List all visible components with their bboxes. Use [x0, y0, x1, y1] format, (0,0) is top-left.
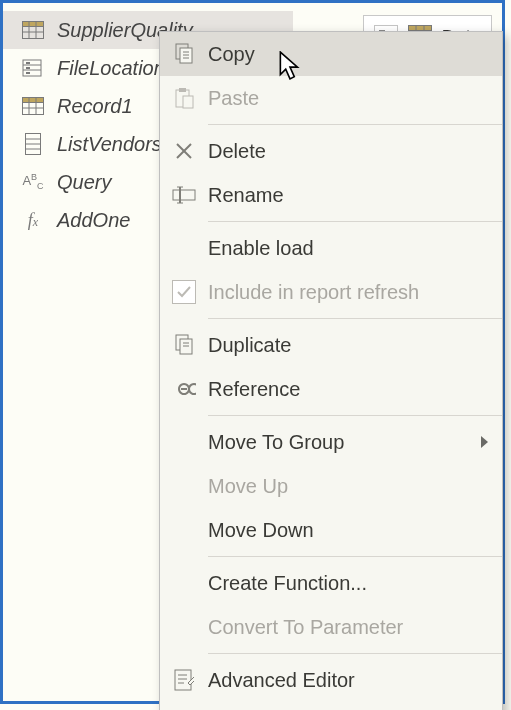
param-table-icon — [19, 56, 47, 80]
paste-icon — [160, 87, 208, 109]
menu-label: Reference — [208, 378, 300, 401]
menu-properties[interactable]: Properties... — [160, 702, 502, 710]
menu-move-up: Move Up — [160, 464, 502, 508]
rename-icon — [160, 186, 208, 204]
menu-convert-parameter: Convert To Parameter — [160, 605, 502, 649]
menu-label: Enable load — [208, 237, 314, 260]
svg-rect-12 — [23, 98, 44, 103]
copy-icon — [160, 43, 208, 65]
menu-label: Paste — [208, 87, 259, 110]
menu-move-down[interactable]: Move Down — [160, 508, 502, 552]
menu-create-function[interactable]: Create Function... — [160, 561, 502, 605]
svg-rect-8 — [26, 62, 30, 64]
menu-label: Include in report refresh — [208, 281, 419, 304]
menu-move-to-group[interactable]: Move To Group — [160, 420, 502, 464]
menu-label: Create Function... — [208, 572, 367, 595]
svg-rect-10 — [26, 72, 30, 74]
menu-label: Move To Group — [208, 431, 344, 454]
svg-rect-21 — [408, 26, 431, 31]
abc-icon: ABC — [19, 170, 47, 194]
duplicate-icon — [160, 334, 208, 356]
menu-label: Move Down — [208, 519, 314, 542]
query-label: Query — [57, 171, 111, 194]
menu-label: Delete — [208, 140, 266, 163]
menu-label: Convert To Parameter — [208, 616, 403, 639]
svg-rect-5 — [23, 60, 41, 76]
svg-rect-9 — [26, 67, 30, 69]
menu-delete[interactable]: Delete — [160, 129, 502, 173]
query-label: ListVendors — [57, 133, 162, 156]
menu-label: Duplicate — [208, 334, 291, 357]
svg-rect-35 — [173, 190, 195, 200]
table-icon — [19, 18, 47, 42]
query-label: AddOne — [57, 209, 130, 232]
menu-duplicate[interactable]: Duplicate — [160, 323, 502, 367]
menu-label: Rename — [208, 184, 284, 207]
svg-rect-32 — [183, 96, 193, 108]
delete-icon — [160, 142, 208, 160]
table-icon — [19, 94, 47, 118]
list-icon — [19, 132, 47, 156]
menu-label: Copy — [208, 43, 255, 66]
svg-rect-31 — [179, 88, 186, 92]
svg-rect-1 — [23, 22, 44, 27]
menu-include-refresh: Include in report refresh — [160, 270, 502, 314]
svg-rect-44 — [175, 670, 191, 690]
menu-copy[interactable]: Copy — [160, 32, 502, 76]
fx-icon: fx — [19, 208, 47, 232]
menu-rename[interactable]: Rename — [160, 173, 502, 217]
editor-icon — [160, 669, 208, 691]
menu-reference[interactable]: Reference — [160, 367, 502, 411]
checkbox-checked-icon — [160, 280, 208, 304]
menu-label: Advanced Editor — [208, 669, 355, 692]
query-label: FileLocation — [57, 57, 165, 80]
chevron-right-icon — [481, 436, 488, 448]
reference-icon — [160, 381, 208, 397]
menu-enable-load[interactable]: Enable load — [160, 226, 502, 270]
query-label: Record1 — [57, 95, 133, 118]
menu-paste: Paste — [160, 76, 502, 120]
context-menu: Copy Paste Delete Rename Enable load — [159, 31, 503, 710]
menu-advanced-editor[interactable]: Advanced Editor — [160, 658, 502, 702]
menu-label: Move Up — [208, 475, 288, 498]
